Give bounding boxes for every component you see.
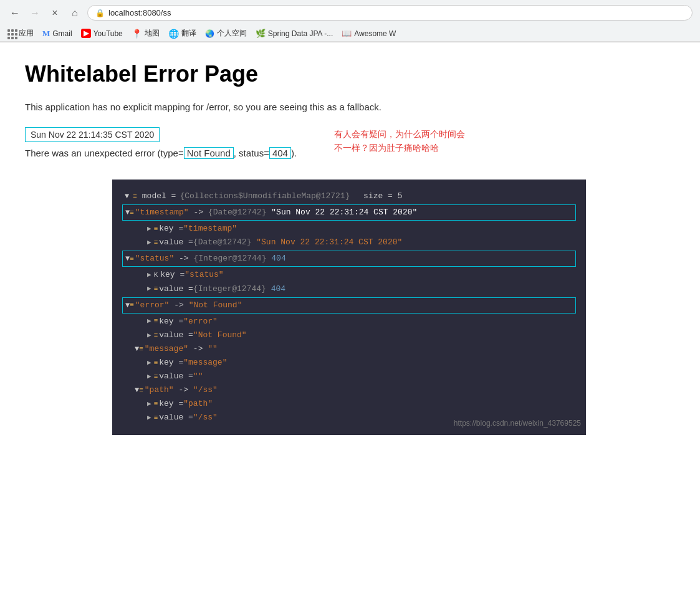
ts-val-str: "Sun Nov 22 22:31:24 CST 2020" [251,236,402,249]
maps-label: 地图 [145,28,160,39]
youtube-icon: ▶ [81,29,91,38]
comment-text: 有人会有疑问，为什么两个时间会不一样？因为肚子痛哈哈哈 [334,129,465,153]
bookmark-youtube[interactable]: ▶ YouTube [81,29,123,38]
back-button[interactable]: ← [7,6,22,21]
error-suffix: ). [291,148,297,158]
st-val-expand-icon[interactable]: ▶ [147,283,151,295]
st-obj-ref: {Integer@12744} [193,252,266,266]
translate-label: 翻译 [181,28,196,39]
ts-value: "Sun Nov 22 22:31:24 CST 2020" [266,206,417,219]
bookmark-translate[interactable]: 🌐 翻译 [168,28,196,39]
err-val-expand-icon[interactable]: ▶ [147,330,151,342]
debug-err-key-line: ▶ ≡ key = "error" [122,315,576,328]
debug-timestamp-entry: ▼ ≡ "timestamp" -> {Date@12742} "Sun Nov… [122,204,576,221]
bookmark-awesome[interactable]: 📖 Awesome W [342,29,396,38]
ts-key-eq-icon: ≡ [154,223,158,235]
error-details-row: Sun Nov 22 21:14:35 CST 2020 There was a… [25,127,675,161]
msg-key-label: key = [159,356,183,370]
error-prefix: There was an unexpected error (type= [25,148,184,158]
gmail-icon: M [42,29,50,39]
st-val-eq-icon: ≡ [154,283,158,295]
bookmarks-bar: 应用 M Gmail ▶ YouTube 📍 地图 🌐 翻译 🌏 个人空间 🌿 … [0,26,700,42]
st-key-str: "status" [135,252,174,266]
msg-val-expand-icon[interactable]: ▶ [147,371,151,383]
path-val-expand-icon[interactable]: ▶ [147,412,151,424]
st-key-icon: K [154,269,158,281]
lock-icon: 🔒 [95,9,105,17]
debug-msg-value-line: ▶ ≡ value = "" [122,370,576,383]
spring-icon: 🌿 [256,29,266,38]
gmail-label: Gmail [52,29,72,38]
debug-st-value-line: ▶ ≡ value = {Integer@12744} 404 [122,282,576,296]
ts-eq-icon: ≡ [130,207,134,219]
bookmark-maps[interactable]: 📍 地图 [132,28,160,39]
st-value: 404 [266,252,285,266]
debug-panel-wrapper: ▼ ≡ model = {Collections$UnmodifiableMap… [112,180,675,435]
close-button[interactable]: × [47,6,62,21]
msg-key-str: "message" [145,342,188,356]
err-key-eq-icon: ≡ [154,315,158,327]
bookmark-spring[interactable]: 🌿 Spring Data JPA -... [256,29,333,38]
error-subtitle: This application has no explicit mapping… [25,100,675,115]
error-title: Whitelabel Error Page [25,61,675,87]
path-val-label: value = [159,411,193,424]
timestamp-box: Sun Nov 22 21:14:35 CST 2020 [25,127,160,142]
model-size: size = 5 [353,189,402,203]
path-value: "/ss" [193,383,218,397]
model-collapse-icon[interactable]: ▼ [125,190,129,203]
url-text: localhost:8080/ss [108,8,171,17]
debug-st-key-line: ▶ K key = "status" [122,268,576,282]
error-details-left: Sun Nov 22 21:14:35 CST 2020 There was a… [25,127,297,161]
path-eq-icon: ≡ [139,385,143,396]
err-key-str: "error" [135,299,170,312]
ts-val-expand-icon[interactable]: ▶ [147,237,151,249]
debug-message-entry: ▼ ≡ "message" -> "" [122,342,576,356]
path-val-eq-icon: ≡ [154,412,158,424]
debug-panel: ▼ ≡ model = {Collections$UnmodifiableMap… [112,180,586,435]
path-key-value: "path" [183,397,213,411]
bookmark-personal[interactable]: 🌏 个人空间 [205,28,247,39]
path-key-expand-icon[interactable]: ▶ [147,398,151,410]
bookmark-apps[interactable]: 应用 [7,28,34,39]
ts-key-expand-icon[interactable]: ▶ [147,223,151,235]
msg-key-value: "message" [183,356,227,370]
msg-collapse-icon[interactable]: ▼ [135,343,139,355]
st-val-num: 404 [266,282,285,296]
ts-val-eq-icon: ≡ [154,237,158,249]
msg-val-eq-icon: ≡ [154,371,158,383]
error-type-text: Not Found [187,148,231,158]
debug-err-value-line: ▶ ≡ value = "Not Found" [122,328,576,342]
path-arrow: -> [174,383,193,397]
page-content: Whitelabel Error Page This application h… [0,42,700,454]
ts-key-str: "timestamp" [135,206,189,219]
debug-error-entry: ▼ ≡ "error" -> "Not Found" [122,297,576,314]
err-key-expand-icon[interactable]: ▶ [147,315,151,327]
ts-key-value: "timestamp" [183,222,237,236]
personal-icon: 🌏 [205,29,214,38]
translate-icon: 🌐 [168,29,179,39]
ts-obj-ref: {Date@12742} [208,206,267,219]
spring-label: Spring Data JPA -... [268,29,333,38]
debug-msg-key-line: ▶ ≡ key = "message" [122,356,576,370]
debug-path-key-line: ▶ ≡ key = "path" [122,397,576,411]
status-collapse-icon[interactable]: ▼ [125,252,130,265]
st-key-label: key = [160,268,185,282]
msg-value: "" [208,342,218,356]
path-collapse-icon[interactable]: ▼ [135,384,139,396]
browser-chrome: ← → × ⌂ 🔒 localhost:8080/ss 应用 M Gmail ▶… [0,0,700,42]
error-collapse-icon[interactable]: ▼ [125,299,130,312]
address-bar[interactable]: 🔒 localhost:8080/ss [87,5,693,21]
st-key-expand-icon[interactable]: ▶ [147,269,151,281]
bookmark-gmail[interactable]: M Gmail [42,29,72,39]
path-key-str: "path" [145,383,174,397]
ts-key-label: key = [159,222,183,236]
err-eq-icon: ≡ [130,299,134,311]
timestamp-collapse-icon[interactable]: ▼ [125,206,130,219]
msg-key-expand-icon[interactable]: ▶ [147,357,151,369]
err-key-label: key = [159,315,183,328]
forward-button[interactable]: → [27,6,42,21]
timestamp-text: Sun Nov 22 21:14:35 CST 2020 [31,130,154,140]
msg-eq-icon: ≡ [139,343,143,355]
awesome-icon: 📖 [342,29,352,38]
home-button[interactable]: ⌂ [67,6,82,21]
